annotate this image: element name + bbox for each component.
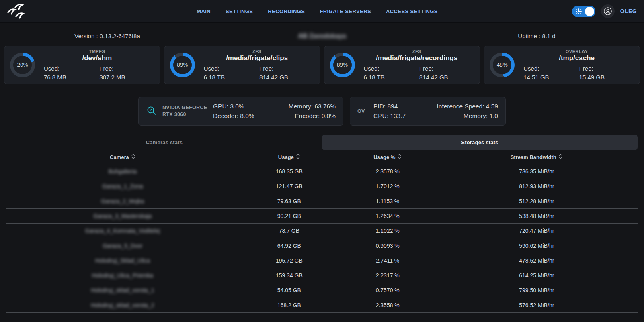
filesystem-type-label: ZFS: [361, 49, 473, 54]
process-cards-row: ? NVIDIA GEFORCE RTX 3060 GPU: 3.0% Memo…: [0, 97, 644, 126]
mount-path-label: /media/frigate/recordings: [361, 54, 473, 62]
sun-icon: [576, 8, 582, 14]
used-value: 6.18 TB: [201, 74, 257, 81]
usage-percent-cell: 1.1153 %: [340, 198, 436, 204]
donut-percent-label: 89%: [333, 56, 352, 74]
gpu-memory-stat: Memory: 63.76%: [275, 103, 336, 110]
storage-table-body: Buhgalteria 168.35 GB 2.3578 % 736.35 Mi…: [6, 164, 638, 312]
camera-name-cell: Holodnyj_sklad_vorota_1: [6, 287, 239, 293]
top-navigation-bar: MAIN SETTINGS RECORDINGS FRIGATE SERVERS…: [0, 0, 644, 23]
table-row: Garaza_5_Dvor 64.92 GB 0.9093 % 590.62 M…: [6, 238, 638, 253]
usage-cell: 90.21 GB: [239, 213, 340, 219]
usage-percent-cell: 0.7570 %: [340, 287, 436, 293]
stream-bandwidth-cell: 812.93 MiB/hr: [436, 183, 638, 190]
frigate-logo-icon: [6, 3, 25, 20]
donut-chart: 89%: [330, 53, 355, 77]
storage-card: 89% ZFS /media/frigate/clips Used: Free:…: [164, 46, 320, 84]
usage-percent-cell: 2.7411 %: [340, 257, 436, 264]
stream-bandwidth-cell: 614.25 MiB/hr: [436, 272, 638, 279]
detector-cpu-stat: CPU: 133.7: [373, 112, 436, 120]
tab-cameras-stats[interactable]: Cameras stats: [6, 135, 322, 150]
camera-name-cell: Garaza_5_Dvor: [6, 243, 239, 249]
sort-icon: [397, 153, 402, 161]
column-header[interactable]: Stream Bandwidth: [436, 153, 638, 161]
used-label: Used:: [201, 65, 257, 72]
usage-cell: 159.34 GB: [239, 272, 340, 279]
free-value: 307.2 MB: [97, 74, 152, 81]
donut-percent-label: 89%: [173, 56, 192, 74]
usage-cell: 54.05 GB: [239, 287, 340, 293]
camera-name-cell: Garaza_4_Komnata_Voditelej: [6, 228, 239, 234]
column-header-label: Usage %: [373, 154, 395, 160]
camera-name-cell: Garaza_3_Masterskaja: [6, 213, 239, 219]
free-label: Free:: [97, 65, 152, 72]
stream-bandwidth-cell: 538.48 MiB/hr: [436, 213, 638, 219]
free-label: Free:: [417, 65, 472, 72]
donut-chart: 48%: [490, 53, 515, 77]
tab-storages-stats[interactable]: Storages stats: [322, 135, 638, 150]
column-header[interactable]: Usage: [239, 153, 340, 161]
usage-cell: 168.2 GB: [239, 302, 340, 308]
used-label: Used:: [521, 65, 576, 72]
server-title-blurred: AB Zavodskaya: [215, 33, 429, 40]
uptime-label: Uptime : 8.1 d: [429, 33, 644, 40]
nav-item-settings[interactable]: SETTINGS: [226, 8, 253, 14]
mount-path-label: /dev/shm: [41, 54, 153, 62]
column-header[interactable]: Camera: [6, 153, 239, 161]
sort-icon: [558, 153, 563, 161]
detector-stats-card: OV PID: 894 Inference Speed: 4.59 CPU: 1…: [350, 97, 506, 126]
gpu-encoder-stat: Encoder: 0.0%: [275, 112, 336, 120]
free-value: 15.49 GB: [577, 74, 632, 81]
camera-name-cell: Buhgalteria: [6, 168, 239, 175]
nav-item-recordings[interactable]: RECORDINGS: [268, 8, 305, 14]
donut-chart: 20%: [10, 53, 35, 77]
sort-icon: [296, 153, 300, 161]
detector-pid-stat: PID: 894: [373, 103, 436, 110]
theme-toggle[interactable]: [572, 6, 595, 17]
column-header[interactable]: Usage %: [340, 153, 436, 161]
usage-percent-cell: 2.3558 %: [340, 302, 436, 308]
usage-cell: 64.92 GB: [239, 243, 340, 249]
table-row: Holodnyj_sklad_vorota_2 168.2 GB 2.3558 …: [6, 298, 638, 312]
filesystem-type-label: ZFS: [201, 49, 313, 54]
used-value: 6.18 TB: [361, 74, 417, 81]
stream-bandwidth-cell: 736.35 MiB/hr: [436, 168, 638, 175]
stream-bandwidth-cell: 478.52 MiB/hr: [436, 257, 638, 264]
usage-cell: 168.35 GB: [239, 168, 340, 175]
free-label: Free:: [577, 65, 632, 72]
gpu-usage-stat: GPU: 3.0%: [213, 103, 275, 110]
filesystem-type-label: TMPFS: [41, 49, 153, 54]
nav-item-frigate-servers[interactable]: FRIGATE SERVERS: [320, 8, 371, 14]
user-avatar[interactable]: [601, 4, 615, 18]
used-label: Used:: [361, 65, 417, 72]
topbar-right-controls: OLEG: [572, 0, 637, 22]
usage-cell: 121.47 GB: [239, 183, 340, 190]
nav-item-access-settings[interactable]: ACCESS SETTINGS: [386, 8, 438, 14]
svg-text:?: ?: [150, 108, 152, 112]
usage-cell: 79.63 GB: [239, 198, 340, 204]
donut-percent-label: 48%: [493, 56, 511, 74]
usage-cell: 78.7 GB: [239, 228, 340, 234]
usage-percent-cell: 2.3578 %: [340, 168, 436, 175]
column-header-label: Stream Bandwidth: [511, 154, 556, 160]
table-header-row: Camera Usage Usage % Stream Bandwidth: [6, 150, 638, 164]
version-label: Version : 0.13.2-6476f8a: [0, 33, 215, 40]
free-value: 814.42 GB: [417, 74, 472, 81]
usage-cell: 195.72 GB: [239, 257, 340, 264]
table-row: Holodnyj_Sklad_Ulica 195.72 GB 2.7411 % …: [6, 253, 638, 268]
storage-card-info: ZFS /media/frigate/clips Used: Free: 6.1…: [201, 49, 313, 81]
table-row: Buhgalteria 168.35 GB 2.3578 % 736.35 Mi…: [6, 164, 638, 179]
username-label[interactable]: OLEG: [620, 8, 637, 14]
camera-name-cell: Garaza_2_Mojka: [6, 198, 239, 204]
mount-path-label: /tmp/cache: [521, 54, 632, 62]
used-label: Used:: [41, 65, 97, 72]
detector-name-label: OV: [357, 108, 368, 115]
stream-bandwidth-cell: 512.28 MiB/hr: [436, 198, 638, 204]
detector-inference-stat: Inference Speed: 4.59: [436, 103, 498, 110]
column-header-label: Camera: [110, 154, 129, 160]
usage-percent-cell: 1.2634 %: [340, 213, 436, 219]
nav-item-main[interactable]: MAIN: [197, 8, 211, 14]
donut-percent-label: 20%: [13, 56, 32, 74]
camera-name-cell: Garaza_1_Zona: [6, 183, 239, 190]
usage-percent-cell: 1.7012 %: [340, 183, 436, 190]
